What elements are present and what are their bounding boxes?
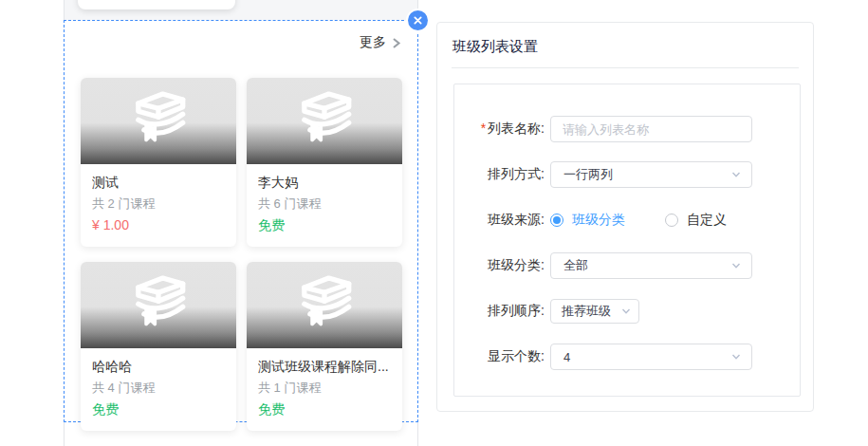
- panel-divider: [452, 67, 799, 68]
- chevron-down-icon: [730, 351, 742, 362]
- class-list-settings-panel: 班级列表设置 *列表名称: 排列方式: 一行两列 班级来源:: [436, 22, 814, 412]
- form-row-order: 排列顺序: 推荐班级: [454, 298, 800, 325]
- radio-custom[interactable]: 自定义: [665, 212, 727, 229]
- radio-class-category[interactable]: 班级分类: [550, 212, 625, 229]
- chevron-right-icon: [390, 37, 402, 49]
- chevron-down-icon: [730, 169, 742, 180]
- books-icon: [288, 90, 360, 153]
- course-title: 哈哈哈: [92, 356, 225, 378]
- required-asterisk: *: [481, 121, 486, 136]
- layout-label: 排列方式:: [454, 166, 545, 183]
- radio-selected-icon: [550, 214, 563, 227]
- course-card[interactable]: 哈哈哈 共 4 门课程 免费: [81, 262, 236, 431]
- source-label: 班级来源:: [454, 212, 545, 229]
- course-cover-placeholder: [81, 262, 236, 348]
- course-price: 免费: [92, 399, 225, 420]
- course-title: 测试班级课程解除同...: [258, 356, 391, 378]
- course-cover-placeholder: [81, 78, 236, 164]
- course-card[interactable]: 测试班级课程解除同... 共 1 门课程 免费: [247, 262, 402, 431]
- course-count: 共 1 门课程: [258, 378, 391, 399]
- layout-select-value: 一行两列: [563, 166, 613, 183]
- display-count-label: 显示个数:: [454, 348, 545, 365]
- course-count: 共 4 门课程: [92, 378, 225, 399]
- category-select[interactable]: 全部: [550, 252, 752, 279]
- course-price: ¥ 1.00: [92, 214, 225, 236]
- category-select-value: 全部: [563, 257, 588, 274]
- list-name-label-text: 列表名称:: [488, 121, 545, 136]
- remove-component-button[interactable]: [408, 10, 428, 30]
- list-name-input[interactable]: [550, 116, 752, 142]
- course-card-info: 李大妈 共 6 门课程 免费: [247, 164, 402, 247]
- layout-select[interactable]: 一行两列: [550, 161, 752, 188]
- form-row-source: 班级来源: 班级分类 自定义: [454, 207, 800, 233]
- course-cover-placeholder: [247, 78, 402, 164]
- source-radio-group: 班级分类 自定义: [550, 212, 727, 229]
- form-row-category: 班级分类: 全部: [454, 252, 800, 279]
- chevron-down-icon: [730, 260, 742, 271]
- close-icon: [414, 16, 422, 25]
- chevron-down-icon: [620, 306, 632, 317]
- course-price: 免费: [258, 214, 391, 236]
- course-card-info: 测试 共 2 门课程 ¥ 1.00: [81, 164, 236, 247]
- page: 更多: [0, 0, 868, 446]
- list-name-label: *列表名称:: [454, 121, 545, 138]
- form-row-layout: 排列方式: 一行两列: [454, 161, 800, 188]
- display-count-select[interactable]: 4: [550, 344, 752, 370]
- category-label: 班级分类:: [454, 257, 545, 274]
- order-select[interactable]: 推荐班级: [550, 299, 639, 324]
- course-card-grid: 测试 共 2 门课程 ¥ 1.00: [81, 78, 402, 431]
- course-cover-placeholder: [247, 262, 402, 348]
- panel-title: 班级列表设置: [437, 23, 813, 67]
- order-label: 排列顺序:: [454, 303, 545, 320]
- radio-custom-label: 自定义: [687, 212, 727, 229]
- radio-unselected-icon: [665, 214, 678, 227]
- books-icon: [288, 274, 360, 337]
- radio-class-category-label: 班级分类: [572, 212, 625, 229]
- course-card[interactable]: 李大妈 共 6 门课程 免费: [247, 78, 402, 247]
- form-row-list-name: *列表名称:: [454, 116, 800, 142]
- course-title: 测试: [92, 172, 225, 194]
- component-above-partial[interactable]: [78, 0, 235, 9]
- order-select-value: 推荐班级: [562, 303, 611, 320]
- course-title: 李大妈: [258, 172, 391, 194]
- course-card-info: 测试班级课程解除同... 共 1 门课程 免费: [247, 348, 402, 431]
- course-card-info: 哈哈哈 共 4 门课程 免费: [81, 348, 236, 431]
- form-row-display-count: 显示个数: 4: [454, 344, 800, 370]
- course-price: 免费: [258, 399, 391, 420]
- more-link[interactable]: 更多: [360, 34, 402, 51]
- books-icon: [122, 90, 194, 153]
- course-count: 共 2 门课程: [92, 194, 225, 214]
- class-list-component-selected[interactable]: 更多: [64, 20, 418, 422]
- display-count-select-value: 4: [563, 350, 570, 364]
- settings-form: *列表名称: 排列方式: 一行两列 班级来源: 班级分类: [453, 84, 801, 397]
- course-count: 共 6 门课程: [258, 194, 391, 214]
- course-card[interactable]: 测试 共 2 门课程 ¥ 1.00: [81, 78, 236, 247]
- more-label: 更多: [360, 34, 386, 51]
- books-icon: [122, 274, 194, 337]
